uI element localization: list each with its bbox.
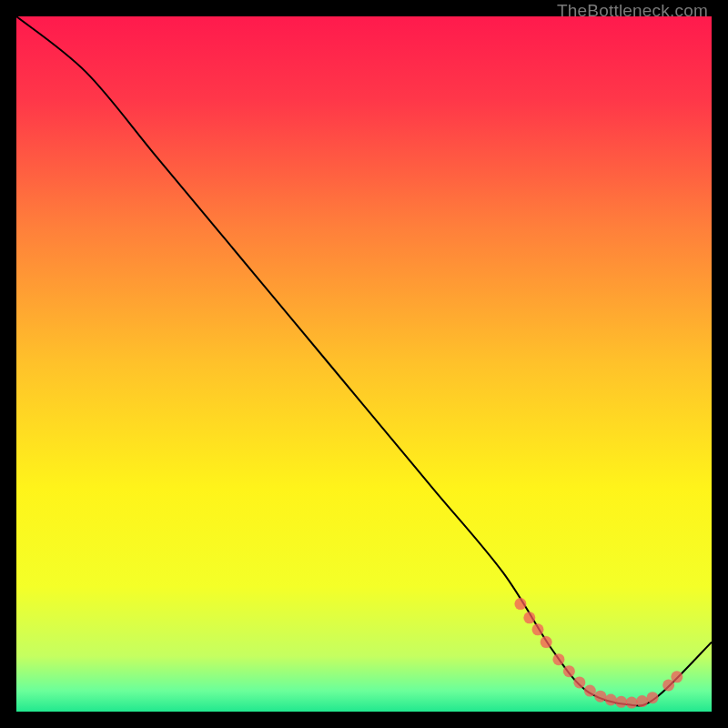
gradient-background: [16, 16, 712, 712]
chart-root: TheBottleneck.com: [0, 0, 728, 728]
gradient-rect: [16, 16, 712, 712]
watermark-text: TheBottleneck.com: [557, 1, 708, 21]
